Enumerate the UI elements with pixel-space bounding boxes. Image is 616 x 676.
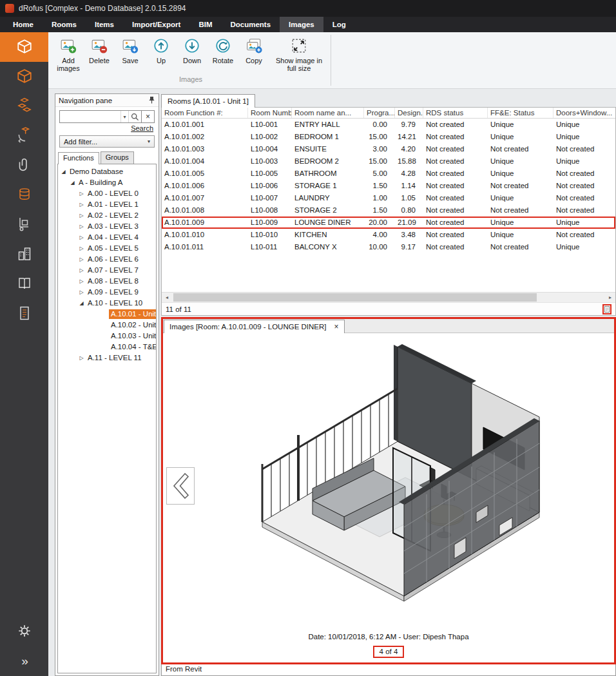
rooms-tab[interactable]: Rooms [A.10.01 - Unit 1] <box>161 94 255 108</box>
add-filter-dropdown[interactable]: Add filter... ▾ <box>59 135 155 148</box>
tree-item[interactable]: ▷ A.06 - LEVEL 6 <box>58 254 156 265</box>
sidebar-item-logistics[interactable] <box>0 210 48 240</box>
tree-item[interactable]: ▷ A.00 - LEVEL 0 <box>58 188 156 199</box>
menu-tab[interactable]: Items <box>86 17 123 32</box>
delete-button[interactable]: Delete <box>86 35 113 66</box>
nav-tab[interactable]: Groups <box>101 151 134 164</box>
column-header[interactable]: Room name an... <box>292 108 364 118</box>
rotate-button[interactable]: Rotate <box>209 35 236 66</box>
scroll-left-arrow-icon[interactable]: ◂ <box>162 295 172 300</box>
column-header[interactable]: RDS status <box>423 108 488 118</box>
tree-item[interactable]: ▷ A.03 - LEVEL 3 <box>58 221 156 232</box>
menu-tab[interactable]: Rooms <box>43 17 86 32</box>
column-header[interactable]: Design... <box>395 108 423 118</box>
nav-tab[interactable]: Functions <box>58 152 99 164</box>
table-row[interactable]: A.10.01.006 L10-006 STORAGE 1 1.50 1.14 … <box>162 180 615 192</box>
menu-tab[interactable]: Import/Export <box>123 17 189 32</box>
column-header[interactable]: FF&E: Status <box>488 108 553 118</box>
table-row[interactable]: A.10.01.010 L10-010 KITCHEN 4.00 3.48 No… <box>162 229 615 241</box>
tree-item[interactable]: ▷ A.01 - LEVEL 1 <box>58 199 156 210</box>
tree-item[interactable]: ▷ A.11 - LEVEL 11 <box>58 352 156 363</box>
add-images-button[interactable]: Add images <box>55 35 82 73</box>
cell-rds-status: Not created <box>423 204 488 217</box>
images-tab[interactable]: Images [Room: A.10.01.009 - LOUNGE DINER… <box>164 320 345 333</box>
sidebar-item-attachments[interactable] <box>0 151 48 180</box>
tree-expander-icon[interactable]: ▷ <box>77 213 86 218</box>
tree-item[interactable]: A.10.04 - T&E <box>58 342 156 352</box>
sidebar-expand-button[interactable]: » <box>0 646 48 676</box>
table-row[interactable]: A.10.01.001 L10-001 ENTRY HALL 0.00 9.79… <box>162 119 615 131</box>
tree-expander-icon[interactable]: ▷ <box>77 267 86 273</box>
tree-expander-icon[interactable]: ◢ <box>68 180 77 186</box>
tree-expander-icon[interactable]: ▷ <box>77 355 86 361</box>
tree-expander-icon[interactable]: ▷ <box>77 289 86 295</box>
sidebar-item-buildings[interactable] <box>0 240 48 269</box>
tree-item[interactable]: ◢ A.10 - LEVEL 10 <box>58 298 156 309</box>
sidebar-item-database[interactable] <box>0 180 48 210</box>
close-icon[interactable]: × <box>334 322 339 331</box>
sidebar-item-model[interactable] <box>0 62 48 92</box>
tree-expander-icon[interactable]: ▷ <box>77 235 86 240</box>
menu-tab[interactable]: Images <box>280 17 323 32</box>
tree-item[interactable]: ◢ A - Building A <box>58 177 156 188</box>
sidebar-item-catalog[interactable] <box>0 269 48 299</box>
tree-item[interactable]: ▷ A.04 - LEVEL 4 <box>58 232 156 243</box>
table-row[interactable]: A.10.01.005 L10-005 BATHROOM 5.00 4.28 N… <box>162 168 615 180</box>
tree-item[interactable]: A.10.02 - Unit 2 <box>58 320 156 331</box>
menu-tab[interactable]: Home <box>4 17 43 32</box>
table-row[interactable]: A.10.01.011 L10-011 BALCONY X 10.00 9.17… <box>162 241 615 253</box>
chevron-down-icon[interactable]: ▾ <box>120 111 128 122</box>
tree-item[interactable]: A.10.01 - Unit 1 <box>58 309 156 320</box>
tree-item[interactable]: ▷ A.08 - LEVEL 8 <box>58 276 156 287</box>
tree-item-label: A.00 - LEVEL 0 <box>86 189 140 198</box>
pin-icon[interactable] <box>148 96 155 105</box>
tree-expander-icon[interactable]: ▷ <box>77 278 86 284</box>
search-input[interactable] <box>60 111 120 122</box>
sidebar-item-transfer[interactable] <box>0 121 48 151</box>
menu-tab[interactable]: Log <box>323 17 355 32</box>
table-row[interactable]: A.10.01.009 L10-009 LOUNGE DINER 20.00 2… <box>162 217 615 229</box>
table-row[interactable]: A.10.01.004 L10-003 BEDROOM 2 15.00 15.8… <box>162 155 615 168</box>
tree-expander-icon[interactable]: ◢ <box>59 169 68 175</box>
tree-expander-icon[interactable]: ▷ <box>77 256 86 262</box>
table-row[interactable]: A.10.01.003 L10-004 ENSUITE 3.00 4.20 No… <box>162 143 615 155</box>
copy-button[interactable]: Copy <box>240 35 267 66</box>
previous-image-button[interactable] <box>166 467 195 505</box>
tree-item[interactable]: ▷ A.07 - LEVEL 7 <box>58 265 156 276</box>
tree-item[interactable]: ◢ Demo Database <box>58 166 156 177</box>
menu-tab[interactable]: BIM <box>189 17 221 32</box>
tree-item[interactable]: A.10.03 - Unit 3 <box>58 331 156 342</box>
column-header[interactable]: Progra... <box>364 108 395 118</box>
scroll-right-arrow-icon[interactable]: ▸ <box>605 295 615 300</box>
tree-item[interactable]: ▷ A.09 - LEVEL 9 <box>58 287 156 298</box>
column-header[interactable]: Room Numb... <box>248 108 292 118</box>
column-header[interactable]: Doors+Window... <box>553 108 616 118</box>
full-size-button[interactable]: Show image in full size <box>271 35 327 73</box>
tree-expander-icon[interactable]: ▷ <box>77 246 86 251</box>
tree-item[interactable]: ▷ A.02 - LEVEL 2 <box>58 210 156 221</box>
horizontal-scrollbar[interactable]: ◂ ▸ <box>162 292 615 302</box>
clear-search-button[interactable]: × <box>141 111 154 122</box>
up-button[interactable]: Up <box>148 35 175 66</box>
tree-expander-icon[interactable]: ▷ <box>77 191 86 197</box>
table-row[interactable]: A.10.01.007 L10-007 LAUNDRY 1.00 1.05 No… <box>162 192 615 204</box>
tree-item[interactable]: ▷ A.05 - LEVEL 5 <box>58 243 156 254</box>
sidebar-item-rooms[interactable] <box>0 32 48 62</box>
scrollbar-thumb[interactable] <box>173 293 537 302</box>
search-link[interactable]: Search <box>131 124 153 132</box>
sidebar-item-components[interactable] <box>0 92 48 121</box>
tree-expander-icon[interactable]: ▷ <box>77 202 86 208</box>
sidebar-item-settings[interactable] <box>0 617 48 646</box>
table-row[interactable]: A.10.01.002 L10-002 BEDROOM 1 15.00 14.2… <box>162 131 615 143</box>
column-header[interactable]: Room Function #: <box>162 108 248 118</box>
menu-tab[interactable]: Documents <box>221 17 280 32</box>
table-row[interactable]: A.10.01.008 L10-008 STORAGE 2 1.50 0.80 … <box>162 204 615 217</box>
search-icon[interactable] <box>128 111 141 122</box>
save-button[interactable]: Save <box>117 35 144 66</box>
sidebar-item-reports[interactable] <box>0 299 48 329</box>
report-icon[interactable] <box>602 304 611 314</box>
down-button[interactable]: Down <box>178 35 206 66</box>
scrollbar-track[interactable] <box>172 293 605 303</box>
tree-expander-icon[interactable]: ▷ <box>77 224 86 229</box>
tree-expander-icon[interactable]: ◢ <box>77 300 86 306</box>
